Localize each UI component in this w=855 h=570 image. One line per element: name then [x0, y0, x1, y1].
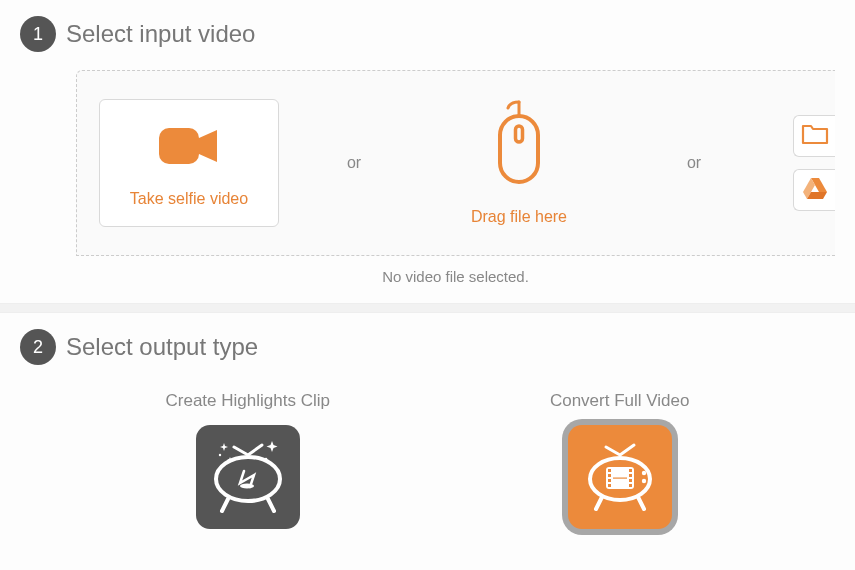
highlights-label: Create Highlights Clip [166, 391, 330, 411]
step-2-badge: 2 [20, 329, 56, 365]
step-2-number: 2 [33, 337, 43, 358]
svg-rect-15 [629, 479, 632, 482]
svg-rect-2 [516, 126, 523, 142]
svg-point-4 [240, 484, 254, 489]
svg-rect-9 [608, 469, 611, 472]
highlights-option[interactable]: Create Highlights Clip [166, 391, 330, 529]
output-options: Create Highlights Clip [20, 383, 835, 529]
drag-file-label: Drag file here [471, 208, 567, 226]
svg-point-6 [219, 454, 221, 456]
input-panel: Take selfie video or Drag file here or [76, 70, 835, 256]
step-1-number: 1 [33, 24, 43, 45]
svg-rect-13 [629, 469, 632, 472]
convert-tile [568, 425, 672, 529]
svg-rect-14 [629, 474, 632, 477]
status-text: No video file selected. [76, 256, 835, 303]
svg-point-18 [641, 471, 645, 475]
svg-rect-11 [608, 479, 611, 482]
svg-point-19 [641, 479, 645, 483]
step-1-header: 1 Select input video [20, 16, 835, 52]
right-buttons [793, 115, 835, 211]
step-2-header: 2 Select output type [20, 329, 835, 365]
convert-option[interactable]: Convert Full Video [550, 391, 690, 529]
or-text-2: or [609, 154, 779, 172]
svg-rect-16 [629, 484, 632, 487]
convert-tv-icon [578, 433, 662, 521]
browse-file-button[interactable] [793, 115, 835, 157]
folder-icon [801, 122, 829, 150]
take-selfie-label: Take selfie video [130, 190, 248, 208]
video-camera-icon [153, 118, 225, 178]
highlights-tv-icon [204, 431, 292, 523]
svg-rect-10 [608, 474, 611, 477]
take-selfie-card[interactable]: Take selfie video [99, 99, 279, 227]
or-text-1: or [279, 154, 429, 172]
svg-rect-0 [159, 128, 199, 164]
highlights-tile [196, 425, 300, 529]
google-drive-button[interactable] [793, 169, 835, 211]
drag-file-area[interactable]: Drag file here [429, 100, 609, 226]
svg-rect-17 [613, 478, 627, 479]
step-1-section: 1 Select input video Take selfie video o… [0, 0, 855, 303]
section-divider [0, 303, 855, 313]
step-2-section: 2 Select output type Create Highlights C… [0, 313, 855, 529]
svg-rect-12 [608, 484, 611, 487]
convert-label: Convert Full Video [550, 391, 690, 411]
step-1-title: Select input video [66, 20, 255, 48]
mouse-icon [490, 100, 548, 194]
step-2-title: Select output type [66, 333, 258, 361]
step-1-badge: 1 [20, 16, 56, 52]
svg-point-5 [264, 458, 267, 461]
google-drive-icon [802, 176, 828, 204]
